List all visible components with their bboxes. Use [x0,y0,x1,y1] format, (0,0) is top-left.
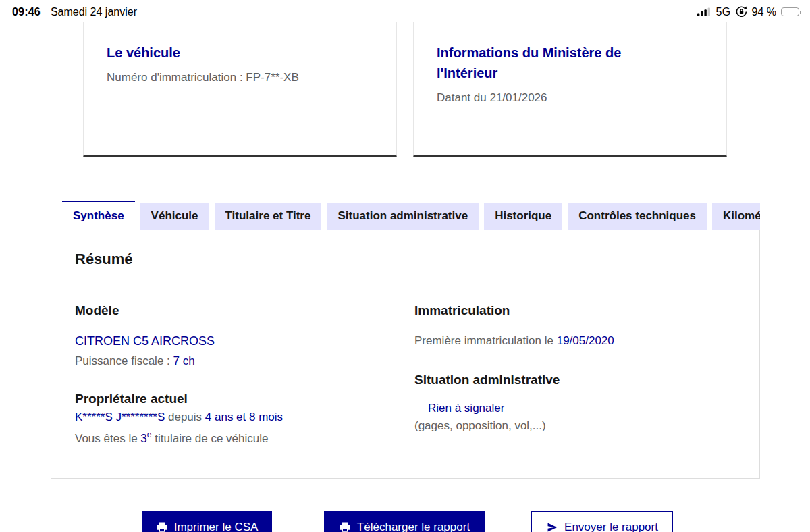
battery-percent-label: 94 % [752,6,776,18]
printer-icon [339,521,351,532]
tab-kilometrage[interactable]: Kilométrage [712,203,760,230]
first-registration-line: Première immatriculation le 19/05/2020 [414,332,745,350]
tab-titulaire-et-titre[interactable]: Titulaire et Titre [215,203,322,230]
synthese-panel: Résumé Modèle CITROEN C5 AIRCROSS Puissa… [51,230,760,479]
owner-line: K*****S J********S depuis 4 ans et 8 moi… [75,408,399,426]
vehicle-card-title: Le véhicule [107,43,373,63]
ministry-card-date: Datant du 21/01/2026 [437,90,703,106]
first-registration-date: 19/05/2020 [557,334,614,347]
cellular-signal-icon [697,7,711,16]
tab-historique[interactable]: Historique [484,203,562,230]
download-report-button[interactable]: Télécharger le rapport [324,511,485,532]
print-csa-label: Imprimer le CSA [174,521,259,532]
print-csa-button[interactable]: Imprimer le CSA [142,511,272,532]
printer-icon [156,521,168,532]
status-bar: 09:46 Samedi 24 janvier 5G 94 % [0,0,810,22]
model-name: CITROEN C5 AIRCROSS [75,332,399,350]
tab-vehicule[interactable]: Véhicule [140,203,209,230]
download-report-label: Télécharger le rapport [357,521,470,532]
status-bar-left: 09:46 Samedi 24 janvier [12,6,137,18]
fiscal-power-label: Puissance fiscale : [75,354,173,367]
status-bar-right: 5G 94 % [697,6,799,18]
first-registration-label: Première immatriculation le [414,334,557,347]
vehicle-card: Le véhicule Numéro d'immatriculation : F… [83,22,397,157]
summary-right-column: Immatriculation Première immatriculation… [414,302,745,435]
registration-heading: Immatriculation [414,302,745,319]
battery-icon [781,7,799,16]
send-report-button[interactable]: Envoyer le rapport [531,511,673,532]
clock-time: 09:46 [12,6,40,18]
owner-since-value: 4 ans et 8 mois [205,410,283,423]
report-tabs: Synthèse Véhicule Titulaire et Titre Sit… [51,201,760,230]
holder-ordinal: e [147,430,152,440]
send-plane-icon [546,521,558,532]
ministry-info-card: Informations du Ministère de l'Intérieur… [413,22,727,157]
admin-status-note: (gages, opposition, vol,...) [414,417,745,435]
fiscal-power-line: Puissance fiscale : 7 ch [75,352,399,370]
vehicle-registration-number: Numéro d'immatriculation : FP-7**-XB [107,70,373,86]
clock-date: Samedi 24 janvier [51,6,137,18]
tab-synthese[interactable]: Synthèse [62,201,135,230]
actions-bar: Imprimer le CSA Télécharger le rapport E… [0,511,810,532]
resume-title: Résumé [75,250,133,268]
summary-left-column: Modèle CITROEN C5 AIRCROSS Puissance fis… [75,302,399,448]
owner-name: K*****S J********S [75,410,165,423]
holder-rank-line: Vous êtes le 3e titulaire de ce véhicule [75,426,399,448]
network-type-label: 5G [716,6,731,18]
admin-status-heading: Situation administrative [414,371,745,389]
admin-status-value: Rien à signaler [414,400,745,417]
fiscal-power-value: 7 ch [173,354,195,367]
ministry-card-title: Informations du Ministère de l'Intérieur [437,43,653,83]
holder-number: 3 [140,432,146,445]
tab-controles-techniques[interactable]: Contrôles techniques [568,203,707,230]
holder-prefix: Vous êtes le [75,432,140,445]
model-heading: Modèle [75,302,399,319]
send-report-label: Envoyer le rapport [564,521,658,532]
orientation-lock-icon [736,6,747,18]
tab-situation-administrative[interactable]: Situation administrative [327,203,479,230]
owner-since-label: depuis [165,410,205,423]
holder-suffix: titulaire de ce véhicule [152,432,269,445]
owner-heading: Propriétaire actuel [75,390,399,408]
